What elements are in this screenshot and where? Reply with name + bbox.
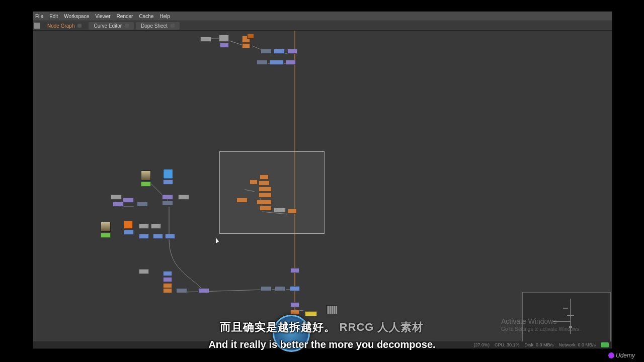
node[interactable] [305, 311, 317, 316]
menu-render[interactable]: Render [117, 14, 133, 19]
node[interactable] [200, 37, 211, 42]
subtitle-en: And it really is better the more you dec… [0, 339, 644, 350]
node[interactable] [162, 201, 173, 206]
node[interactable] [275, 286, 286, 291]
node[interactable] [113, 202, 124, 207]
node[interactable] [123, 198, 134, 203]
node[interactable] [101, 233, 111, 238]
node[interactable] [176, 288, 187, 293]
node[interactable] [259, 193, 272, 198]
menu-edit[interactable]: Edit [49, 14, 58, 19]
tab-dope-sheet[interactable]: Dope Sheet [136, 22, 180, 30]
tab-bar: Node Graph Curve Editor Dope Sheet [33, 21, 612, 31]
node[interactable] [260, 174, 269, 179]
tab-curve-editor[interactable]: Curve Editor [89, 22, 134, 30]
node[interactable] [290, 302, 299, 307]
tab-label: Dope Sheet [141, 23, 168, 29]
node[interactable] [288, 209, 297, 214]
node[interactable] [247, 34, 254, 39]
node[interactable] [260, 206, 272, 211]
close-icon[interactable] [171, 24, 175, 28]
node[interactable] [163, 277, 172, 282]
node[interactable] [111, 195, 122, 200]
node[interactable] [124, 230, 134, 235]
node[interactable] [259, 187, 272, 192]
node[interactable] [163, 288, 172, 293]
tab-node-graph[interactable]: Node Graph [42, 22, 87, 30]
menu-cache[interactable]: Cache [139, 14, 153, 19]
node[interactable] [153, 234, 163, 239]
svg-line-10 [184, 290, 265, 292]
udemy-icon [608, 352, 614, 358]
node[interactable] [141, 182, 151, 187]
node[interactable] [162, 195, 173, 200]
node[interactable] [261, 49, 272, 54]
node[interactable] [137, 202, 148, 207]
menu-help[interactable]: Help [159, 14, 170, 19]
node[interactable] [290, 268, 299, 273]
close-icon[interactable] [77, 24, 82, 28]
node[interactable] [198, 288, 209, 293]
node-thumbnail[interactable] [163, 169, 173, 179]
node[interactable] [178, 195, 189, 200]
node[interactable] [219, 35, 229, 42]
udemy-label: Udemy [616, 352, 635, 359]
mouse-cursor [213, 237, 219, 243]
node[interactable] [287, 49, 297, 54]
node[interactable] [165, 234, 175, 239]
node[interactable] [163, 283, 172, 288]
node[interactable] [290, 310, 299, 315]
menu-viewer[interactable]: Viewer [95, 14, 110, 19]
node[interactable] [286, 60, 296, 65]
node[interactable] [242, 43, 250, 48]
node[interactable] [259, 180, 270, 186]
node[interactable] [139, 269, 149, 274]
menu-workspace[interactable]: Workspace [64, 14, 89, 19]
node[interactable] [250, 179, 258, 185]
udemy-watermark: Udemy [608, 352, 635, 359]
node[interactable] [257, 200, 272, 205]
subtitle-overlay: 而且确实是越拆越好。 RRCG 人人素材 And it really is be… [0, 320, 644, 350]
tab-label: Node Graph [47, 23, 74, 29]
node-thumbnail[interactable] [141, 170, 151, 180]
node[interactable] [139, 224, 149, 229]
menu-bar: File Edit Workspace Viewer Render Cache … [33, 12, 612, 21]
node[interactable] [274, 208, 286, 213]
viewer-node[interactable] [326, 305, 337, 314]
subtitle-cn: 而且确实是越拆越好。 RRCG 人人素材 [0, 320, 644, 335]
close-icon[interactable] [125, 24, 129, 28]
node[interactable] [261, 286, 272, 291]
node[interactable] [236, 198, 248, 203]
node[interactable] [274, 49, 285, 54]
node[interactable] [220, 43, 229, 48]
menu-file[interactable]: File [35, 14, 43, 19]
tab-label: Curve Editor [94, 23, 122, 29]
selection-rectangle [219, 151, 325, 234]
node[interactable] [124, 221, 133, 229]
node[interactable] [151, 224, 161, 229]
node[interactable] [163, 179, 173, 185]
node[interactable] [163, 271, 172, 276]
node-graph-canvas[interactable]: Activate Windows Go to Settings to activ… [33, 31, 612, 348]
workspace-icon[interactable] [34, 23, 40, 29]
node-thumbnail[interactable] [101, 222, 111, 232]
node[interactable] [270, 60, 284, 65]
app-window: File Edit Workspace Viewer Render Cache … [33, 11, 612, 349]
node[interactable] [290, 286, 300, 291]
node[interactable] [139, 234, 149, 239]
node[interactable] [257, 60, 268, 65]
